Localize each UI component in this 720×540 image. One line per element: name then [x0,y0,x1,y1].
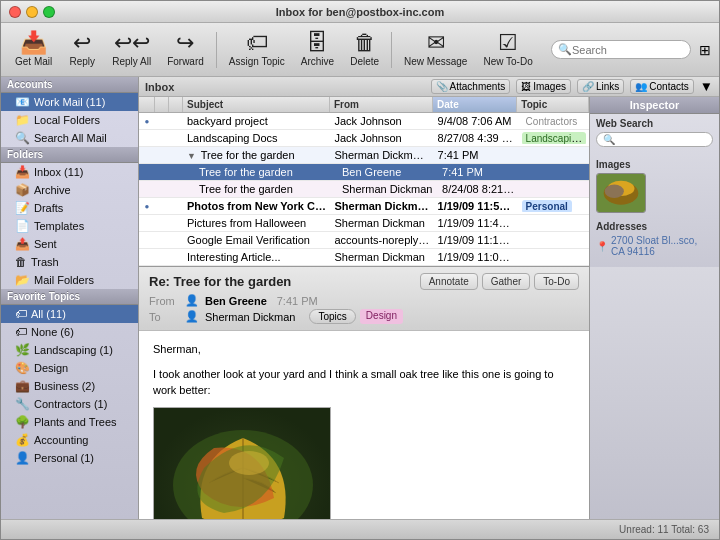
sidebar-item-sent[interactable]: 📤 Sent [1,235,138,253]
sidebar-item-inbox[interactable]: 📥 Inbox (11) [1,163,138,181]
sidebar-item-contractors[interactable]: 🔧 Contractors (1) [1,395,138,413]
fav-topics-header: Favorite Topics [1,289,138,305]
sidebar-item-business[interactable]: 💼 Business (2) [1,377,138,395]
sidebar-item-work-mail[interactable]: 📧 Work Mail (11) [1,93,138,111]
from-name-text: Ben Greene [205,295,267,307]
date-cell: 1/19/09 11:51 AM [434,200,518,212]
sidebar-item-landscaping[interactable]: 🌿 Landscaping (1) [1,341,138,359]
from-row: From 👤 Ben Greene 7:41 PM [149,294,579,307]
assign-topic-icon: 🏷 [246,32,268,54]
minimize-button[interactable] [26,6,38,18]
inspector-header: Inspector [590,97,719,114]
new-todo-button[interactable]: ☑ New To-Do [477,26,538,74]
sidebar-item-none[interactable]: 🏷 None (6) [1,323,138,341]
message-row[interactable]: ● backyard project Jack Johnson 9/4/08 7… [139,113,589,130]
sidebar-item-all[interactable]: 🏷 All (11) [1,305,138,323]
message-row[interactable]: Tree for the garden Sherman Dickman 8/24… [139,181,589,198]
sidebar-item-design[interactable]: 🎨 Design [1,359,138,377]
subject-col-header[interactable]: Subject [183,97,330,112]
topic-cell: Contractors [518,115,589,127]
date-cell: 1/19/09 11:05 AM [434,251,518,263]
more-icon: ▼ [700,79,713,94]
gather-button[interactable]: Gather [482,273,531,290]
forward-icon: ↪ [176,32,194,54]
archive-icon: 🗄 [306,32,328,54]
message-row[interactable]: Interesting Article... Sherman Dickman 1… [139,249,589,266]
date-cell: 8/27/08 4:39 PM [434,132,518,144]
date-cell: 7:41 PM [434,149,518,161]
forward-button[interactable]: ↪ Forward [161,26,210,74]
new-message-icon: ✉ [427,32,445,54]
sidebar-item-trash[interactable]: 🗑 Trash [1,253,138,271]
topic-tag[interactable]: Design [360,309,403,324]
message-row[interactable]: Tree for the garden Ben Greene 7:41 PM [139,164,589,181]
images-button[interactable]: 🖼 Images [516,79,571,94]
reply-all-button[interactable]: ↩↩ Reply All [106,26,157,74]
images-label: Images [596,159,713,170]
message-header: Re: Tree for the garden Annotate Gather … [139,267,589,331]
message-row[interactable]: Landscaping Docs Jack Johnson 8/27/08 4:… [139,130,589,147]
date-cell: 7:41 PM [438,166,520,178]
date-col-header[interactable]: Date [433,97,517,112]
search-input[interactable] [572,44,682,56]
reply-button[interactable]: ↩ Reply [62,26,102,74]
statusbar: Unread: 11 Total: 63 [1,519,719,539]
from-cell: Jack Johnson [330,115,433,127]
message-row[interactable]: ▼ Tree for the garden Sherman Dickman, B… [139,147,589,164]
inspector-thumbnail [597,174,645,212]
message-row[interactable]: Google Email Verification accounts-norep… [139,232,589,249]
sidebar-item-local-folders[interactable]: 📁 Local Folders [1,111,138,129]
sidebar-item-accounting[interactable]: 💰 Accounting [1,431,138,449]
maximize-button[interactable] [43,6,55,18]
subject-cell: Photos from New York City [183,200,330,212]
sidebar-item-drafts[interactable]: 📝 Drafts [1,199,138,217]
col-dot-header [139,97,155,112]
from-col-header[interactable]: From [330,97,433,112]
message-view-area: Re: Tree for the garden Annotate Gather … [139,267,719,519]
links-button[interactable]: 🔗 Links [577,79,624,94]
search-options-button[interactable]: ⊞ [699,42,711,58]
get-mail-button[interactable]: 📥 Get Mail [9,26,58,74]
message-list: Subject From Date Topic ● backyard proje… [139,97,589,267]
from-time: 7:41 PM [277,295,318,307]
message-title: Re: Tree for the garden [149,274,291,289]
more-button[interactable]: ▼ [700,79,713,94]
archive-button[interactable]: 🗄 Archive [295,26,340,74]
pin-icon: 📍 [596,241,608,252]
sidebar-item-archive[interactable]: 📦 Archive [1,181,138,199]
sidebar-item-templates[interactable]: 📄 Templates [1,217,138,235]
message-row[interactable]: ● Photos from New York City Sherman Dick… [139,198,589,215]
sidebar-item-personal[interactable]: 👤 Personal (1) [1,449,138,467]
local-folders-icon: 📁 [15,113,30,127]
sidebar-item-plants[interactable]: 🌳 Plants and Trees [1,413,138,431]
message-row[interactable]: Pictures from Halloween Sherman Dickman … [139,215,589,232]
contacts-button[interactable]: 👥 Contacts [630,79,693,94]
message-list-header: Subject From Date Topic [139,97,589,113]
status-text: Unread: 11 Total: 63 [619,524,709,535]
addresses-label: Addresses [596,221,713,232]
close-button[interactable] [9,6,21,18]
sidebar-item-search-all[interactable]: 🔍 Search All Mail [1,129,138,147]
inspector-search-input[interactable] [615,134,705,145]
delete-button[interactable]: 🗑 Delete [344,26,385,74]
to-label: To [149,311,179,323]
toolbar-separator-1 [216,32,217,68]
archive-folder-icon: 📦 [15,183,30,197]
inspector-address-item[interactable]: 📍 2700 Sloat Bl...sco, CA 94116 [596,235,713,257]
assign-topic-button[interactable]: 🏷 Assign Topic [223,26,291,74]
from-cell: Sherman Dickman [330,251,433,263]
subject-cell: backyard project [183,115,330,127]
annotate-button[interactable]: Annotate [420,273,478,290]
get-mail-icon: 📥 [20,32,47,54]
topic-col-header[interactable]: Topic [517,97,589,112]
from-cell: Sherman Dickman [330,200,433,212]
topics-button[interactable]: Topics [309,309,355,324]
todo-button[interactable]: To-Do [534,273,579,290]
new-message-button[interactable]: ✉ New Message [398,26,473,74]
search-all-icon: 🔍 [15,131,30,145]
sidebar-item-mail-folders[interactable]: 📂 Mail Folders [1,271,138,289]
window-controls[interactable] [9,6,55,18]
landscaping-icon: 🌿 [15,343,30,357]
attachments-button[interactable]: 📎 Attachments [431,79,511,94]
mail-folders-icon: 📂 [15,273,30,287]
